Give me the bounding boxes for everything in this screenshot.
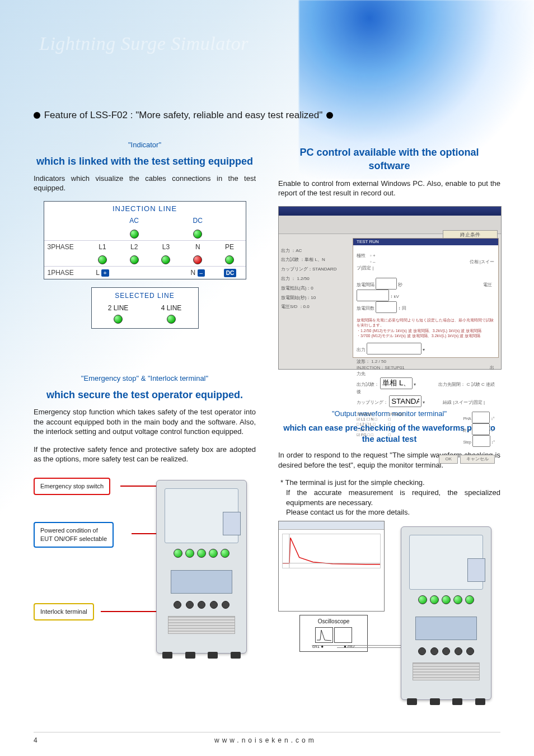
waveform-plot [282, 534, 381, 568]
col-l2: L2 [118, 242, 150, 251]
ac-indicator [130, 230, 139, 239]
emergency-figure: Emergency stop switch Powered condition … [34, 474, 257, 665]
one-L: L [96, 269, 99, 277]
waveform-figure: Oscilloscope ch1 ● ● ch2 [278, 521, 502, 722]
oscilloscope-block: Oscilloscope ch1 ● ● ch2 [299, 615, 368, 652]
watermark-text: Lightning Surge Simulator [39, 31, 249, 57]
sel-2-indicator [114, 315, 123, 324]
emergency-body1: Emergency stop function which takes safe… [34, 407, 256, 437]
n-indicator [193, 255, 202, 264]
pc-body: Enable to control from external Windows … [278, 179, 500, 198]
waveform-note1: The terminal is just for the simple chec… [286, 478, 500, 488]
footer-url: www.noiseken.com [38, 736, 494, 745]
col-n: N [182, 242, 214, 251]
dc-label: DC [182, 216, 214, 225]
callout-interlock: Interlock terminal [34, 603, 94, 620]
indicator-pretitle: "Indicator" [34, 140, 256, 150]
indicator-title: which is linked with the test setting eq… [34, 155, 256, 168]
l3-indicator [161, 255, 170, 264]
emergency-title: which secure the test operator equipped. [34, 388, 256, 402]
plus-badge: + [101, 269, 109, 277]
col-pe: PE [214, 242, 246, 251]
sel-4line: 4 LINE [161, 304, 182, 312]
dc-badge: DC [224, 269, 236, 278]
minus-badge: – [198, 269, 205, 277]
pc-title: PC control available with the optional s… [278, 146, 500, 173]
pc-software-screenshot: 終止条件 出力 ：AC出力試験 ：単相 L、Nカップリング：STANDARD出力… [278, 206, 502, 370]
row-3phase: 3PHASE [44, 242, 87, 251]
emergency-pretitle: "Emergency stop" & "Interlock terminal" [34, 374, 256, 384]
waveform-software-panel [278, 521, 385, 612]
col-l1: L1 [87, 242, 119, 251]
oscilloscope-side-icon [334, 627, 352, 643]
selected-line-diagram: SELECTED LINE 2 LINE 4 LINE [91, 287, 199, 329]
waveform-note2: If the accurate measurement is required,… [286, 488, 500, 507]
sel-2line: 2 LINE [108, 304, 129, 312]
feature-headline: Feature of LSS-F02 : "More safety, relia… [34, 109, 500, 122]
device-illustration [390, 526, 502, 700]
row-1phase: 1PHASE [44, 268, 87, 277]
l1-indicator [98, 255, 107, 264]
oscilloscope-icon [315, 627, 333, 643]
feature-headline-text: Feature of LSS-F02 : "More safety, relia… [44, 110, 322, 120]
waveform-note3: Please contact us for the more details. [286, 507, 500, 517]
device-illustration [146, 480, 257, 654]
callout-power: Powered condition of EUT ON/OFF selectab… [34, 522, 114, 548]
selected-title: SELECTED LINE [92, 288, 198, 302]
pe-indicator [225, 255, 234, 264]
l2-indicator [130, 255, 139, 264]
emergency-body2: If the protective safety fence and prote… [34, 445, 256, 464]
callout-emergency-stop: Emergency stop switch [34, 478, 110, 495]
ac-label: AC [118, 216, 150, 225]
page-footer: 4 www.noiseken.com [34, 732, 500, 745]
indicator-body: Indicators which visualize the cables co… [34, 174, 256, 193]
one-N: N [191, 269, 196, 277]
dc-indicator [193, 230, 202, 239]
injection-title: INJECTION LINE [44, 202, 246, 215]
oscilloscope-label: Oscilloscope [302, 618, 365, 626]
injection-line-diagram: INJECTION LINE AC DC [44, 201, 246, 279]
col-l3: L3 [150, 242, 182, 251]
sel-4-indicator [167, 315, 176, 324]
page-number: 4 [34, 736, 38, 745]
